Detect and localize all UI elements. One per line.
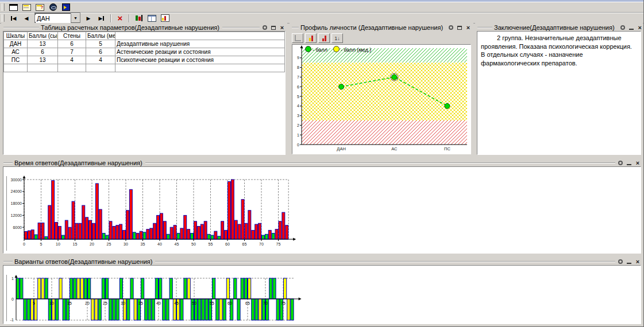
column-header: Баллы (сырые) — [28, 32, 58, 40]
close-icon: × — [638, 25, 641, 31]
prev-record-icon: ◀ — [25, 15, 29, 21]
bar-icon — [309, 38, 311, 41]
table-row-empty — [4, 64, 285, 72]
group-line — [155, 261, 615, 262]
svg-text:30: 30 — [121, 301, 125, 305]
bars-view-alt-button[interactable] — [318, 33, 330, 43]
sort-order-button[interactable]: 1↓ — [331, 33, 343, 43]
svg-text:50: 50 — [191, 242, 196, 246]
svg-text:2: 2 — [297, 123, 299, 127]
svg-text:5: 5 — [33, 301, 35, 305]
close-icon: × — [280, 25, 284, 31]
scale-select-input[interactable] — [35, 15, 71, 22]
table-cell: 7 — [58, 48, 86, 56]
panel-customize-button[interactable] — [618, 160, 623, 166]
first-record-button[interactable]: ◀ — [7, 13, 20, 24]
panel-answer-variants: Варианты ответов(Дезадаптивные нарушения… — [1, 257, 643, 326]
legend-item: - балл (мед.) — [333, 46, 371, 53]
conclusion-text-area[interactable]: 2 группа. Незначительные дезадаптивные п… — [477, 32, 641, 154]
table-row[interactable]: АС676Астенические реакции и состояния — [4, 48, 285, 56]
group-line — [3, 27, 39, 28]
gear-icon — [618, 259, 623, 264]
axes-view-button[interactable] — [292, 33, 303, 43]
table-cell: 6 — [86, 48, 115, 56]
svg-text:12000: 12000 — [11, 213, 22, 217]
panel-close-button[interactable]: × — [637, 25, 643, 30]
maximize-icon — [457, 26, 462, 30]
navigation-toolbar: ◀ ◀ ▼ ▶ ▶ × — [0, 13, 643, 24]
table-cell: Психотические реакции и состояния — [115, 56, 285, 64]
panel-customize-button[interactable] — [618, 259, 623, 264]
table-row[interactable]: ДАН1365Дезадаптивные нарушения — [4, 40, 285, 48]
report-chart-icon — [135, 15, 142, 21]
panel-close-button[interactable]: × — [635, 160, 641, 166]
profile-legend: - балл - балл (мед.) — [305, 46, 371, 53]
delete-record-button[interactable]: × — [114, 13, 126, 24]
scale-select[interactable]: ▼ — [34, 13, 80, 24]
svg-text:45: 45 — [175, 242, 179, 246]
toolbar-grip-2[interactable] — [2, 14, 5, 22]
bars-view-button[interactable] — [305, 33, 317, 43]
report-window-icon — [9, 4, 18, 11]
svg-text:50: 50 — [192, 301, 196, 305]
svg-text:АС: АС — [391, 146, 398, 151]
panel-minimize-button[interactable] — [628, 25, 634, 30]
column-header: Баллы (мед.) — [86, 32, 115, 40]
exit-icon — [62, 3, 70, 11]
last-record-button[interactable]: ▶ — [95, 13, 108, 24]
card-file-help-button[interactable] — [33, 2, 46, 13]
table-row[interactable]: ПС1344Психотические реакции и состояния — [4, 56, 285, 64]
panel-close-button[interactable]: × — [465, 25, 471, 30]
svg-text:30000: 30000 — [11, 178, 22, 182]
panel-customize-button[interactable] — [262, 25, 268, 30]
svg-text:9: 9 — [297, 56, 299, 60]
panel-customize-button[interactable] — [448, 25, 454, 30]
prev-record-button[interactable]: ◀ — [20, 13, 33, 24]
next-record-button[interactable]: ▶ — [82, 13, 95, 24]
answer-times-chart: 6000120001800024000300000510152025303540… — [7, 175, 639, 252]
scale-select-dropdown[interactable]: ▼ — [71, 13, 80, 23]
minimize-icon — [627, 161, 631, 165]
panel-customize-button[interactable] — [620, 25, 626, 30]
minimize-icon — [627, 260, 631, 264]
next-record-icon: ▶ — [87, 15, 91, 21]
svg-text:5: 5 — [297, 95, 299, 99]
svg-text:1: 1 — [11, 277, 14, 281]
new-report-button[interactable] — [7, 2, 20, 13]
panel-close-button[interactable]: × — [635, 259, 641, 264]
panel-title-answer-times: Время ответов(Дезадаптивные нарушения) — [14, 160, 142, 166]
toolbar-grip[interactable] — [2, 3, 5, 11]
group-line — [222, 27, 260, 28]
histogram-button[interactable] — [159, 13, 171, 24]
table-cell: Дезадаптивные нарушения — [115, 40, 285, 48]
table-icon — [148, 15, 156, 22]
panel-maximize-button[interactable] — [271, 25, 276, 30]
card-file-button[interactable] — [20, 2, 33, 13]
panel-close-button[interactable]: × — [279, 25, 285, 30]
panel-conclusion: Заключение(Дезадаптивные нарушения) × 2 … — [475, 23, 643, 157]
group-line — [145, 162, 615, 164]
group-line — [3, 261, 13, 262]
green-dot-icon — [305, 46, 311, 52]
exit-button[interactable] — [60, 2, 72, 13]
bar-icon — [325, 36, 326, 41]
panel-minimize-button[interactable] — [626, 259, 632, 264]
conclusion-text: 2 группа. Незначительные дезадаптивные п… — [481, 34, 637, 67]
panel-maximize-button[interactable] — [457, 25, 462, 30]
panel-profile: Профиль личности (Дезадаптивные нарушени… — [290, 23, 473, 157]
close-icon: × — [636, 160, 639, 166]
svg-text:20: 20 — [90, 242, 94, 246]
delete-icon: × — [118, 14, 123, 22]
svg-text:20: 20 — [85, 301, 90, 305]
card-file-question-icon — [36, 4, 44, 11]
browser-button[interactable] — [47, 2, 59, 13]
report-chart-button[interactable] — [132, 13, 145, 24]
bar-icon — [311, 36, 313, 41]
panel-minimize-button[interactable] — [626, 160, 632, 166]
card-file-icon — [22, 4, 31, 11]
svg-text:5: 5 — [40, 242, 43, 246]
toolbar-separator-2 — [129, 14, 130, 22]
table-cell: 5 — [86, 40, 115, 48]
svg-text:65: 65 — [245, 301, 250, 305]
data-grid-button[interactable] — [145, 13, 158, 24]
